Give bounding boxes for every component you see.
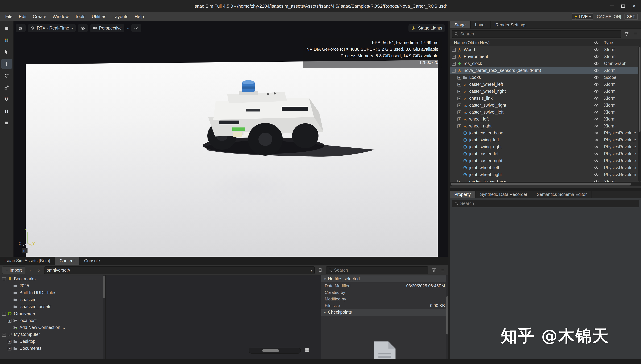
panel-tab[interactable]: Console xyxy=(80,257,105,265)
thumbnail-size-slider[interactable] xyxy=(249,348,301,354)
filter-button[interactable] xyxy=(623,30,630,38)
content-tree-row[interactable]: − My Computer xyxy=(0,331,105,338)
visibility-eye-icon[interactable] xyxy=(594,54,599,60)
import-button[interactable]: Import xyxy=(2,266,25,274)
live-sync-button[interactable]: LIVE xyxy=(572,13,594,20)
menu-item[interactable]: File xyxy=(2,12,16,21)
caster_wheel_right[interactable]: + caster_wheel_right Xform xyxy=(450,88,641,95)
content-tree-row[interactable]: − Omniverse xyxy=(0,310,105,317)
cache-set-button[interactable]: SET xyxy=(624,13,638,20)
content-tree-row[interactable]: Add New Connection ... xyxy=(0,324,105,331)
joint_wheel_right[interactable]: joint_wheel_right PhysicsRevolute xyxy=(450,171,641,178)
expand-toggle[interactable] xyxy=(8,305,12,308)
ros_clock[interactable]: + ros_clock OmniGraph xyxy=(450,60,641,67)
expand-toggle[interactable]: + xyxy=(458,76,461,79)
expand-toggle[interactable] xyxy=(8,291,12,295)
visibility-toggle-button[interactable] xyxy=(78,24,88,32)
expand-toggle[interactable]: + xyxy=(452,48,456,52)
menu-item[interactable]: Create xyxy=(30,12,50,21)
property-search-input[interactable] xyxy=(460,201,636,206)
visibility-eye-icon[interactable] xyxy=(594,96,599,101)
menu-item[interactable]: Edit xyxy=(16,12,30,21)
menu-item[interactable]: Layouts xyxy=(110,12,132,21)
scrollbar-thumb[interactable] xyxy=(451,183,631,186)
joint_caster_right[interactable]: joint_caster_right PhysicsRevolute xyxy=(450,157,641,164)
nova_carter_ros2_sensors (defaultPrim)[interactable]: − nova_carter_ros2_sensors (defaultPrim)… xyxy=(450,67,641,74)
joint_swing_right[interactable]: joint_swing_right PhysicsRevolute xyxy=(450,144,641,150)
stage-search-input[interactable] xyxy=(460,32,618,36)
content-tree-row[interactable]: isaacsim xyxy=(0,296,105,303)
forward-button[interactable] xyxy=(36,266,42,274)
select-tool-button[interactable] xyxy=(2,47,12,57)
details-scrollbar[interactable] xyxy=(446,276,448,359)
caster_frame_base[interactable]: + caster_frame_base Xform xyxy=(450,178,641,182)
joint_swing_left[interactable]: joint_swing_left PhysicsRevolute xyxy=(450,136,641,144)
content-tree-row[interactable]: + Documents xyxy=(0,345,105,352)
visibility-eye-icon[interactable] xyxy=(594,110,599,115)
panel-tab[interactable]: Stage xyxy=(450,21,470,28)
expand-toggle[interactable]: − xyxy=(2,332,6,336)
expand-toggle[interactable]: − xyxy=(452,68,456,72)
content-options-button[interactable] xyxy=(439,266,446,274)
visibility-eye-icon[interactable] xyxy=(594,89,599,94)
property-searchbox[interactable] xyxy=(452,200,639,207)
stage-options-button[interactable] xyxy=(632,30,639,38)
expand-toggle[interactable] xyxy=(458,145,461,149)
bookmark-button[interactable] xyxy=(317,266,324,274)
joint_wheel_left[interactable]: joint_wheel_left PhysicsRevolute xyxy=(450,164,641,171)
panel-tab[interactable]: Content xyxy=(55,257,80,265)
stage-horizontal-scrollbar[interactable] xyxy=(450,182,641,186)
expand-toggle[interactable] xyxy=(8,326,12,330)
expand-toggle[interactable]: + xyxy=(458,124,461,128)
expand-toggle[interactable] xyxy=(458,152,461,156)
expand-toggle[interactable]: + xyxy=(458,103,461,107)
nova-carter-robot[interactable] xyxy=(194,77,382,160)
menu-item[interactable]: Utilities xyxy=(88,12,110,21)
expand-toggle[interactable] xyxy=(458,166,461,170)
expand-toggle[interactable]: + xyxy=(458,117,461,121)
expand-toggle[interactable]: + xyxy=(458,110,461,114)
stage-lights-button[interactable]: Stage Lights xyxy=(408,24,445,32)
viewport-layout-button[interactable] xyxy=(2,35,12,46)
path-field[interactable] xyxy=(44,266,315,274)
move-tool-button[interactable] xyxy=(2,59,12,69)
panel-tab[interactable]: Render Settings xyxy=(491,21,531,28)
panel-tab[interactable]: Layer xyxy=(470,21,491,28)
visibility-eye-icon[interactable] xyxy=(594,131,599,136)
scale-tool-button[interactable] xyxy=(2,82,12,93)
expand-toggle[interactable]: − xyxy=(2,277,6,281)
caster_swivel_left[interactable]: + caster_swivel_left Xform xyxy=(450,109,641,116)
visibility-eye-icon[interactable] xyxy=(594,117,599,122)
menu-item[interactable]: Tools xyxy=(72,12,88,21)
visibility-eye-icon[interactable] xyxy=(594,159,599,164)
wheel_left[interactable]: + wheel_left Xform xyxy=(450,116,641,122)
rotate-tool-button[interactable] xyxy=(2,70,12,81)
visibility-eye-icon[interactable] xyxy=(594,68,599,73)
caster_wheel_left[interactable]: + caster_wheel_left Xform xyxy=(450,81,641,88)
World[interactable]: + World Xform xyxy=(450,46,641,53)
stage-searchbox[interactable] xyxy=(452,30,621,38)
expand-toggle[interactable]: + xyxy=(452,55,456,58)
panel-tab[interactable]: Isaac Sim Assets [Beta] xyxy=(0,257,55,265)
content-tree-row[interactable]: − Bookmarks xyxy=(0,276,105,282)
expand-toggle[interactable]: − xyxy=(2,312,6,316)
slider-thumb[interactable] xyxy=(262,349,279,352)
visibility-eye-icon[interactable] xyxy=(594,75,599,80)
expand-toggle[interactable]: + xyxy=(458,180,461,182)
visibility-eye-icon[interactable] xyxy=(594,180,599,182)
renderer-selector[interactable]: RTX - Real-Time xyxy=(28,24,76,32)
snap-tool-button[interactable] xyxy=(2,94,12,104)
expand-toggle[interactable]: + xyxy=(8,340,12,343)
name-column-header[interactable]: Name (Old to New) xyxy=(454,40,490,45)
expand-toggle[interactable]: + xyxy=(458,82,461,86)
tree-scrollbar[interactable] xyxy=(103,276,105,359)
content-search-input[interactable] xyxy=(334,268,426,272)
expand-toggle[interactable]: + xyxy=(8,319,12,322)
menu-item[interactable]: Help xyxy=(132,12,147,21)
visibility-eye-icon[interactable] xyxy=(594,62,599,66)
content-tree-row[interactable]: 2025 xyxy=(0,282,105,289)
visibility-eye-icon[interactable] xyxy=(594,103,599,108)
grid-view-button[interactable] xyxy=(304,347,310,354)
visibility-eye-icon[interactable] xyxy=(594,124,599,129)
checkpoints-header[interactable]: Checkpoints xyxy=(321,309,448,316)
